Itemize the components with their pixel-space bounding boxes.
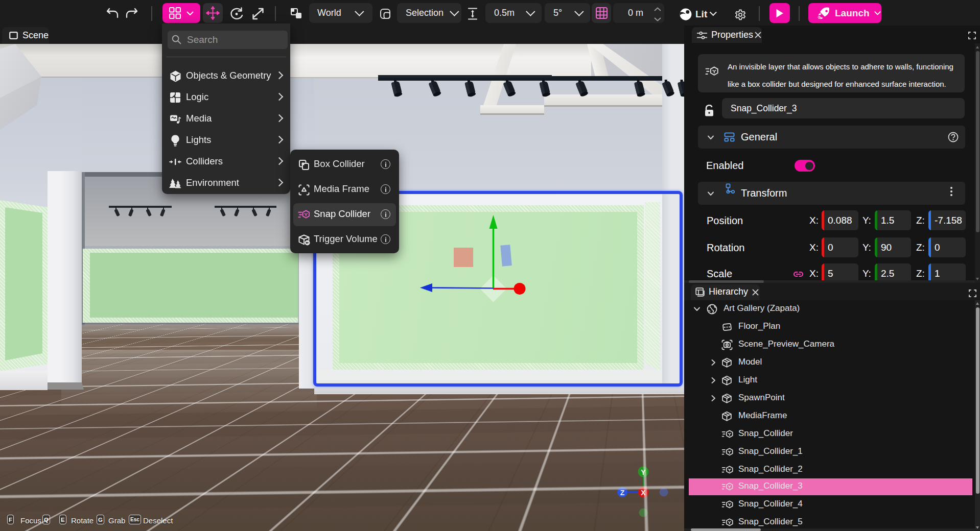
svg-text:Z: Z <box>620 489 625 497</box>
svg-text:X: X <box>641 489 646 497</box>
svg-text:Y: Y <box>641 468 646 476</box>
